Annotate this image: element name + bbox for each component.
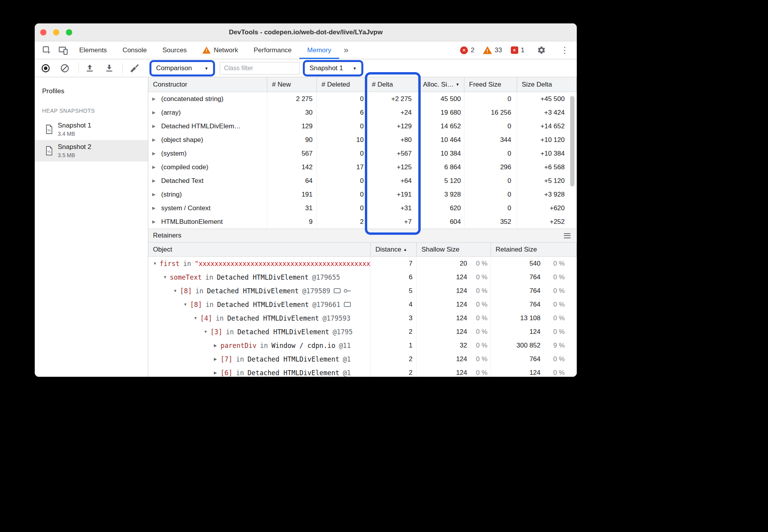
sidebar-item-snapshot-1[interactable]: % Snapshot 1 3.4 MB bbox=[35, 119, 148, 140]
clear-profiles-button[interactable] bbox=[59, 62, 71, 74]
distance-value: 4 bbox=[371, 298, 417, 311]
inspect-element-icon[interactable] bbox=[39, 43, 55, 58]
svg-text:%: % bbox=[48, 128, 51, 132]
sidebar-item-snapshot-2[interactable]: % Snapshot 2 3.5 MB bbox=[35, 140, 148, 161]
heap-snapshot-icon: % bbox=[45, 146, 53, 156]
expander-icon[interactable]: ▼ bbox=[173, 289, 180, 293]
retained-size-percent: 0 % bbox=[540, 355, 576, 363]
retainer-row[interactable]: ▶parentDivinWindow / cdpn.io@11 1 320 % … bbox=[148, 339, 577, 352]
column-delta[interactable]: # Delta bbox=[367, 77, 418, 92]
retainer-row[interactable]: ▼[3]inDetached HTMLDivElement@1795 2 124… bbox=[148, 325, 577, 339]
expander-icon[interactable]: ▶ bbox=[152, 178, 158, 183]
device-toolbar-icon[interactable] bbox=[55, 43, 71, 58]
heap-row[interactable]: ▶(object shape) 90 10 +80 10 464 344 +10… bbox=[148, 133, 577, 147]
alloc-size: 6 864 bbox=[418, 160, 464, 174]
constructor-name: Detached HTMLDivElem… bbox=[161, 122, 241, 130]
freed-size: 0 bbox=[464, 92, 517, 106]
minimize-button[interactable] bbox=[53, 29, 59, 35]
warnings-badge[interactable]: ! 33 bbox=[483, 46, 502, 54]
column-retained-size[interactable]: Retained Size bbox=[491, 243, 577, 256]
new-count: 129 bbox=[267, 119, 317, 133]
expander-icon[interactable]: ▼ bbox=[204, 330, 210, 334]
class-filter-input[interactable] bbox=[220, 62, 300, 74]
object-id: @179589 bbox=[302, 287, 331, 295]
column-constructor[interactable]: Constructor bbox=[148, 77, 267, 92]
heap-row[interactable]: ▶system / Context 31 0 +31 620 0 +620 bbox=[148, 201, 577, 215]
kebab-menu-icon[interactable]: ⋮ bbox=[558, 45, 571, 55]
heap-row[interactable]: ▶(compiled code) 142 17 +125 6 864 296 +… bbox=[148, 160, 577, 174]
load-profile-button[interactable] bbox=[84, 62, 96, 74]
constructor-name: (object shape) bbox=[161, 136, 203, 144]
expander-icon[interactable]: ▼ bbox=[183, 302, 190, 307]
expander-icon[interactable]: ▶ bbox=[152, 219, 158, 224]
heap-row[interactable]: ▶(concatenated string) 2 275 0 +2 275 45… bbox=[148, 92, 577, 106]
retained-size-value: 764 bbox=[491, 355, 540, 363]
freed-size: 0 bbox=[464, 188, 517, 201]
retainer-row[interactable]: ▼[4]inDetached HTMLDivElement@179593 3 1… bbox=[148, 311, 577, 325]
close-button[interactable] bbox=[40, 29, 46, 35]
heap-row[interactable]: ▶(string) 191 0 +191 3 928 0 +3 928 bbox=[148, 188, 577, 201]
retainer-row[interactable]: ▶[6]inDetached HTMLDivElement@1 2 1240 %… bbox=[148, 366, 577, 377]
reveal-icon[interactable] bbox=[334, 288, 341, 293]
expander-icon[interactable]: ▼ bbox=[153, 261, 160, 266]
tab-sources[interactable]: Sources bbox=[155, 41, 194, 59]
retainer-row[interactable]: ▼[8]inDetached HTMLDivElement@179661 4 1… bbox=[148, 298, 577, 311]
gear-icon[interactable] bbox=[533, 43, 549, 58]
object-name: Detached HTMLDivElement bbox=[227, 314, 319, 322]
issues-badge[interactable]: × 1 bbox=[511, 46, 524, 54]
tab-memory[interactable]: Memory bbox=[299, 41, 339, 59]
constructor-name: (array) bbox=[161, 109, 181, 117]
record-snapshot-button[interactable] bbox=[40, 62, 52, 74]
expander-icon[interactable]: ▼ bbox=[163, 275, 170, 279]
retained-size-value: 13 108 bbox=[491, 314, 540, 322]
perspective-select[interactable]: Comparison ▼ bbox=[151, 64, 213, 72]
expander-icon[interactable]: ▶ bbox=[152, 124, 158, 129]
expander-icon[interactable]: ▶ bbox=[152, 96, 158, 101]
heap-row[interactable]: ▶Detached Text 64 0 +64 5 120 0 +5 120 bbox=[148, 174, 577, 188]
shallow-size-value: 124 bbox=[417, 369, 467, 377]
column-object[interactable]: Object bbox=[148, 243, 371, 256]
column-alloc-size[interactable]: Alloc. Si…▼ bbox=[418, 77, 464, 92]
expander-icon[interactable]: ▶ bbox=[152, 137, 158, 142]
expander-icon[interactable]: ▶ bbox=[152, 192, 158, 197]
tab-network[interactable]: ! Network bbox=[195, 41, 246, 59]
expander-icon[interactable]: ▶ bbox=[214, 343, 220, 348]
expander-icon[interactable]: ▶ bbox=[214, 357, 220, 361]
in-keyword: in bbox=[216, 314, 224, 322]
expander-icon[interactable]: ▼ bbox=[194, 316, 200, 320]
tab-elements[interactable]: Elements bbox=[71, 41, 115, 59]
heap-row[interactable]: ▶(array) 30 6 +24 19 680 16 256 +3 424 bbox=[148, 106, 577, 119]
column-distance[interactable]: Distance▲ bbox=[371, 243, 417, 256]
expander-icon[interactable]: ▶ bbox=[214, 371, 220, 375]
expander-icon[interactable]: ▶ bbox=[152, 206, 158, 211]
heap-row[interactable]: ▶HTMLButtonElement 9 2 +7 604 352 +252 bbox=[148, 215, 577, 229]
column-freed-size[interactable]: Freed Size bbox=[464, 77, 517, 92]
tab-console[interactable]: Console bbox=[115, 41, 155, 59]
expander-icon[interactable]: ▶ bbox=[152, 151, 158, 156]
retainer-row[interactable]: ▼someTextinDetached HTMLDivElement@17965… bbox=[148, 270, 577, 284]
vertical-scrollbar[interactable] bbox=[570, 96, 574, 186]
column-deleted[interactable]: # Deleted bbox=[317, 77, 367, 92]
collect-garbage-icon[interactable] bbox=[129, 62, 140, 74]
retainer-row[interactable]: ▼[8]inDetached HTMLDivElement@179589 5 1… bbox=[148, 284, 577, 298]
expander-icon[interactable]: ▶ bbox=[152, 110, 158, 115]
distance-value: 1 bbox=[371, 339, 417, 352]
hamburger-menu-icon[interactable] bbox=[564, 233, 571, 238]
column-new[interactable]: # New bbox=[267, 77, 317, 92]
status-badges: × 2 ! 33 × 1 ⋮ bbox=[460, 41, 577, 59]
heap-row[interactable]: ▶Detached HTMLDivElem… 129 0 +129 14 652… bbox=[148, 119, 577, 133]
tab-performance[interactable]: Performance bbox=[246, 41, 299, 59]
column-size-delta[interactable]: Size Delta bbox=[517, 77, 577, 92]
deleted-count: 0 bbox=[317, 188, 367, 201]
base-snapshot-select[interactable]: Snapshot 1 ▼ bbox=[305, 64, 361, 72]
save-profile-button[interactable] bbox=[103, 62, 115, 74]
expander-icon[interactable]: ▶ bbox=[152, 165, 158, 170]
heap-row[interactable]: ▶(system) 567 0 +567 10 384 0 +10 384 bbox=[148, 147, 577, 160]
zoom-button[interactable] bbox=[66, 29, 72, 35]
reveal-icon[interactable] bbox=[344, 302, 351, 307]
retainer-row[interactable]: ▼firstin"xxxxxxxxxxxxxxxxxxxxxxxxxxxxxxx… bbox=[148, 257, 577, 270]
more-tabs-icon[interactable]: » bbox=[339, 41, 353, 59]
column-shallow-size[interactable]: Shallow Size bbox=[417, 243, 491, 256]
retainer-row[interactable]: ▶[7]inDetached HTMLDivElement@1 2 1240 %… bbox=[148, 352, 577, 366]
errors-badge[interactable]: × 2 bbox=[460, 46, 474, 54]
